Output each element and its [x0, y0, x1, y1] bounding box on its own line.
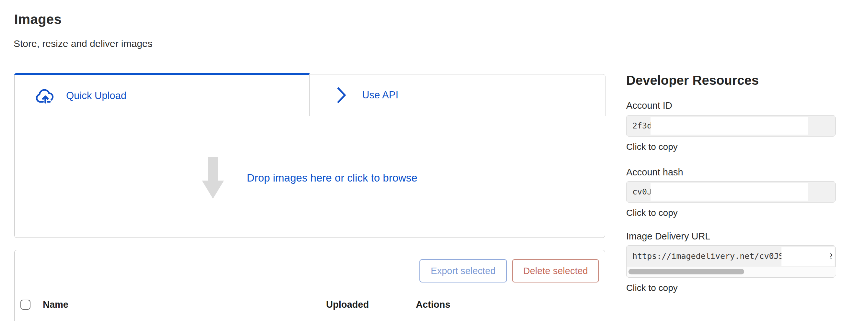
page-subtitle: Store, resize and deliver images [13, 38, 153, 49]
dropzone-label: Drop images here or click to browse [247, 172, 417, 184]
tab-quick-upload-label: Quick Upload [66, 90, 126, 102]
dropzone[interactable]: Drop images here or click to browse [14, 156, 605, 200]
column-header-name: Name [43, 299, 68, 310]
tab-use-api-label: Use API [362, 89, 398, 101]
delete-selected-button[interactable]: Delete selected [512, 259, 599, 283]
arrow-down-icon [202, 157, 224, 199]
export-selected-button[interactable]: Export selected [420, 259, 507, 283]
image-list-panel: Export selected Delete selected Name Upl… [14, 250, 605, 321]
table-header-row: Name Uploaded Actions [14, 293, 605, 316]
redaction-overlay [651, 117, 808, 135]
account-id-value: 2f3d [632, 115, 652, 136]
account-id-copy-hint: Click to copy [626, 142, 678, 152]
account-hash-copy-hint: Click to copy [626, 208, 678, 218]
column-header-actions: Actions [416, 299, 450, 310]
select-all-checkbox[interactable] [21, 300, 30, 310]
redacted-char-fragment: 2 [830, 252, 834, 265]
image-delivery-url-label: Image Delivery URL [626, 231, 710, 242]
cloud-upload-icon [34, 87, 56, 104]
horizontal-scrollbar [627, 266, 836, 277]
redaction-overlay [651, 183, 808, 201]
image-delivery-url-field[interactable]: https://imagedelivery.net/cv0JS 2 [626, 245, 836, 278]
column-header-uploaded: Uploaded [326, 299, 369, 310]
list-toolbar: Export selected Delete selected [14, 250, 605, 293]
chevron-right-icon [336, 86, 347, 104]
image-delivery-url-copy-hint: Click to copy [626, 283, 678, 293]
tab-use-api[interactable]: Use API [309, 74, 606, 116]
page-title: Images [14, 12, 62, 27]
sidebar-title: Developer Resources [626, 73, 759, 88]
account-hash-label: Account hash [626, 167, 683, 178]
account-id-field[interactable]: 2f3d [626, 115, 836, 137]
account-hash-field[interactable]: cv0J [626, 181, 836, 203]
table-row [14, 316, 605, 321]
images-dashboard: Images Store, resize and deliver images … [0, 0, 868, 321]
image-delivery-url-value: https://imagedelivery.net/cv0JS [632, 246, 784, 267]
redaction-overlay: 2 [781, 247, 835, 266]
scrollbar-thumb[interactable] [628, 269, 744, 275]
tab-quick-upload[interactable]: Quick Upload [14, 75, 310, 116]
account-hash-value: cv0J [632, 182, 652, 202]
account-id-label: Account ID [626, 100, 672, 111]
